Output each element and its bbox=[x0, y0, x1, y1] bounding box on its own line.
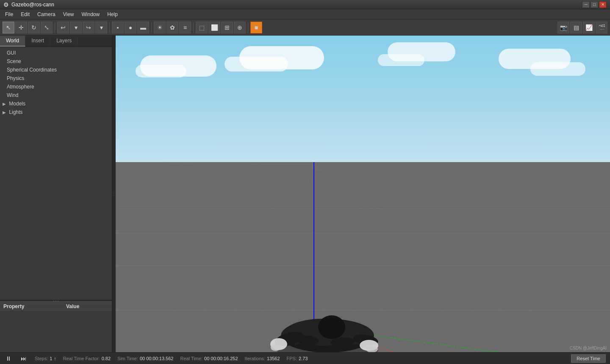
tab-layers[interactable]: Layers bbox=[50, 36, 78, 47]
titlebar-title: Gazebo@ros-cann bbox=[11, 2, 54, 8]
reset-time-button[interactable]: Reset Time bbox=[571, 354, 606, 363]
sep1 bbox=[55, 22, 55, 33]
svg-point-32 bbox=[271, 344, 281, 351]
box-tool[interactable]: ▪ bbox=[112, 22, 124, 33]
cloud-4 bbox=[225, 57, 288, 72]
redo-dropdown[interactable]: ▾ bbox=[95, 22, 107, 33]
toolbar: ↖ ✛ ↻ ⤡ ↩ ▾ ↪ ▾ ▪ ● ▬ ☀ ✿ ≡ ⬚ ⬜ ⊞ ⊕ ■ 📷 … bbox=[0, 19, 610, 36]
sidebar-resize-handle[interactable]: ⋮ bbox=[112, 36, 116, 352]
real-time-value: 00 00:00:16.252 bbox=[204, 356, 238, 361]
maximize-button[interactable]: □ bbox=[591, 1, 598, 8]
svg-point-35 bbox=[318, 315, 345, 339]
realtime-factor: Real Time Factor: 0.82 bbox=[63, 356, 111, 361]
screenshot-tool[interactable]: 📷 bbox=[557, 22, 569, 33]
fps: FPS: 2.73 bbox=[287, 356, 308, 361]
undo-button[interactable]: ↩ bbox=[57, 22, 69, 33]
steps-value: 1 bbox=[50, 356, 52, 361]
menu-file[interactable]: File bbox=[2, 11, 17, 18]
sidebar-tabs: World Insert Layers bbox=[0, 36, 112, 47]
menu-help[interactable]: Help bbox=[104, 11, 121, 18]
scatter-tool[interactable]: ✿ bbox=[166, 22, 178, 33]
sim-time-value: 00 00:00:13.562 bbox=[140, 356, 174, 361]
tree-item-scene[interactable]: Scene bbox=[0, 57, 112, 66]
viewport[interactable]: CSDN @JeffDingAI bbox=[116, 36, 610, 352]
snap-tool[interactable]: ⊕ bbox=[234, 22, 246, 33]
plane-tool[interactable]: ⬚ bbox=[196, 22, 208, 33]
menu-camera[interactable]: Camera bbox=[34, 11, 59, 18]
watermark: CSDN @JeffDingAI bbox=[570, 346, 607, 350]
tree-item-gui[interactable]: GUI bbox=[0, 49, 112, 57]
statusbar: ⏸ ⏭ Steps: 1 ↑ Real Time Factor: 0.82 Si… bbox=[0, 352, 610, 364]
app-icon: ⚙ bbox=[3, 1, 9, 8]
close-button[interactable]: ✕ bbox=[599, 1, 607, 8]
tree-item-spherical[interactable]: Spherical Coordinates bbox=[0, 66, 112, 74]
fps-value: 2.73 bbox=[299, 356, 308, 361]
minimize-button[interactable]: ─ bbox=[582, 1, 590, 8]
sidebar-tree: GUI Scene Spherical Coordinates Physics … bbox=[0, 47, 112, 300]
sun-tool[interactable]: ☀ bbox=[154, 22, 166, 33]
sep4 bbox=[193, 22, 194, 33]
main-layout: World Insert Layers GUI Scene Spherical … bbox=[0, 36, 610, 352]
rotate-tool[interactable]: ↻ bbox=[28, 22, 40, 33]
menu-window[interactable]: Window bbox=[78, 11, 103, 18]
real-time-label: Real Time: bbox=[180, 356, 202, 361]
ground bbox=[116, 162, 610, 352]
move-tool[interactable]: ✛ bbox=[15, 22, 27, 33]
sep5 bbox=[248, 22, 248, 33]
steps-indicator: Steps: 1 ↑ bbox=[35, 356, 56, 361]
chart-tool[interactable]: 📈 bbox=[583, 22, 595, 33]
tree-item-models[interactable]: ▶ Models bbox=[0, 99, 112, 108]
cloud-2 bbox=[136, 65, 186, 77]
cursor-tool[interactable]: ↖ bbox=[3, 22, 14, 33]
sidebar: World Insert Layers GUI Scene Spherical … bbox=[0, 36, 112, 352]
menu-view[interactable]: View bbox=[60, 11, 78, 18]
steps-label: Steps: bbox=[35, 356, 48, 361]
iterations-value: 13562 bbox=[267, 356, 280, 361]
align-tool[interactable]: ⊞ bbox=[221, 22, 233, 33]
rtf-value: 0.82 bbox=[102, 356, 111, 361]
tree-item-lights[interactable]: ▶ Lights bbox=[0, 108, 112, 116]
robot-model bbox=[264, 302, 383, 352]
menu-edit[interactable]: Edit bbox=[17, 11, 33, 18]
sep2 bbox=[109, 22, 110, 33]
scene-canvas[interactable]: CSDN @JeffDingAI bbox=[116, 36, 610, 352]
cloud-6 bbox=[378, 54, 424, 66]
sim-time-label: Sim Time: bbox=[117, 356, 138, 361]
titlebar: ⚙ Gazebo@ros-cann ─ □ ✕ bbox=[0, 0, 610, 9]
orange-box-tool[interactable]: ■ bbox=[250, 22, 262, 33]
redo-button[interactable]: ↪ bbox=[83, 22, 94, 33]
cloud-8 bbox=[530, 62, 585, 76]
pause-button[interactable]: ⏸ bbox=[4, 354, 13, 363]
tab-world[interactable]: World bbox=[0, 36, 25, 47]
tree-item-physics[interactable]: Physics bbox=[0, 74, 112, 83]
tree-item-wind[interactable]: Wind bbox=[0, 91, 112, 99]
models-arrow: ▶ bbox=[3, 102, 8, 106]
sphere-tool[interactable]: ● bbox=[125, 22, 136, 33]
sim-time: Sim Time: 00 00:00:13.562 bbox=[117, 356, 173, 361]
iterations: Iterations: 13562 bbox=[245, 356, 280, 361]
tree-item-atmosphere[interactable]: Atmosphere bbox=[0, 83, 112, 91]
titlebar-controls: ─ □ ✕ bbox=[582, 1, 607, 8]
property-col-value: Value bbox=[66, 303, 108, 309]
iterations-label: Iterations: bbox=[245, 356, 265, 361]
cylinder-tool[interactable]: ▬ bbox=[137, 22, 149, 33]
lights-arrow: ▶ bbox=[3, 110, 8, 115]
scale-tool[interactable]: ⤡ bbox=[41, 22, 53, 33]
sky bbox=[116, 36, 610, 168]
property-col-label: Property bbox=[3, 303, 66, 309]
lines-tool[interactable]: ≡ bbox=[179, 22, 191, 33]
tab-insert[interactable]: Insert bbox=[25, 36, 50, 47]
fps-display[interactable]: ▤ bbox=[570, 22, 582, 33]
rtf-label: Real Time Factor: bbox=[63, 356, 100, 361]
step-button[interactable]: ⏭ bbox=[19, 354, 28, 363]
real-time: Real Time: 00 00:00:16.252 bbox=[180, 356, 238, 361]
plane2-tool[interactable]: ⬜ bbox=[208, 22, 220, 33]
undo-dropdown[interactable]: ▾ bbox=[70, 22, 82, 33]
menubar: File Edit Camera View Window Help bbox=[0, 9, 610, 19]
property-header: Property Value bbox=[0, 302, 112, 312]
toolbar-right: 📷 ▤ 📈 🎬 bbox=[557, 22, 607, 33]
sep3 bbox=[151, 22, 152, 33]
fps-label: FPS: bbox=[287, 356, 297, 361]
record-tool[interactable]: 🎬 bbox=[596, 22, 607, 33]
property-panel: Property Value bbox=[0, 301, 112, 352]
